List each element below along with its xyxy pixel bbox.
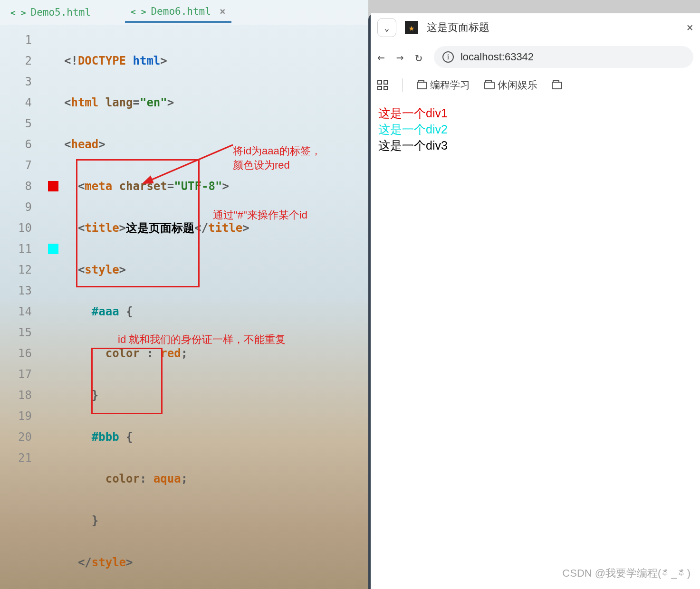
tab-demo5[interactable]: < > Demo5.html xyxy=(5,3,96,22)
url-bar[interactable]: i localhost:63342 xyxy=(434,46,693,68)
line-number: 11 xyxy=(0,238,32,259)
div2-text: 这是一个div2 xyxy=(378,122,692,138)
line-number: 2 xyxy=(0,50,32,71)
close-icon[interactable]: × xyxy=(220,6,226,17)
line-number: 20 xyxy=(0,427,32,447)
apps-icon[interactable] xyxy=(377,80,388,90)
code-icon: < > xyxy=(10,8,26,18)
folder-icon xyxy=(417,82,427,89)
color-swatch-red xyxy=(48,181,58,191)
line-number: 5 xyxy=(0,113,32,134)
close-icon[interactable]: × xyxy=(687,21,693,34)
div1-text: 这是一个div1 xyxy=(378,105,692,122)
line-number: 15 xyxy=(0,322,32,343)
bookmark-folder[interactable] xyxy=(552,79,565,91)
back-icon[interactable]: ← xyxy=(377,50,385,64)
line-number: 21 xyxy=(0,447,32,468)
bookmark-folder[interactable]: 休闲娱乐 xyxy=(484,78,537,92)
bookmark-folder[interactable]: 编程学习 xyxy=(417,78,470,92)
line-number: 18 xyxy=(0,385,32,406)
line-number: 14 xyxy=(0,301,32,322)
forward-icon[interactable]: → xyxy=(396,50,404,64)
bookmarks-bar: 编程学习 休闲娱乐 xyxy=(371,72,700,98)
div3-text: 这是一个div3 xyxy=(378,138,692,154)
line-number: 10 xyxy=(0,218,32,238)
line-number: 3 xyxy=(0,71,32,92)
folder-icon xyxy=(484,82,495,89)
favicon-icon: ★ xyxy=(405,21,418,34)
line-gutter: 1 2 3 4 5 6 7 8 9 10 11 12 13 14 15 16 1… xyxy=(0,29,45,589)
tab-dropdown-icon[interactable]: ⌄ xyxy=(377,18,396,37)
browser-titlebar: ⌄ ★ 这是页面标题 × xyxy=(371,13,700,42)
watermark-text: CSDN @我要学编程(ಥ_ಥ) xyxy=(562,566,690,580)
line-number: 19 xyxy=(0,406,32,427)
browser-toolbar: ← → ↻ i localhost:63342 xyxy=(371,42,700,72)
line-number: 6 xyxy=(0,134,32,155)
reload-icon[interactable]: ↻ xyxy=(415,50,422,64)
line-number: 1 xyxy=(0,29,32,50)
line-number: 17 xyxy=(0,364,32,385)
annotation-box-ids xyxy=(91,348,163,414)
annotation-box-css xyxy=(76,159,200,287)
code-editor-pane: < > Demo5.html < > Demo6.html × 1 2 3 4 … xyxy=(0,0,368,589)
url-text: localhost:63342 xyxy=(460,51,534,63)
line-number: 12 xyxy=(0,259,32,280)
code-area: 1 2 3 4 5 6 7 8 9 10 11 12 13 14 15 16 1… xyxy=(0,25,368,589)
code-icon: < > xyxy=(131,7,146,17)
tab-label: Demo5.html xyxy=(31,7,91,18)
info-icon[interactable]: i xyxy=(442,51,454,63)
color-swatch-aqua xyxy=(48,244,58,254)
line-number: 7 xyxy=(0,155,32,176)
folder-icon xyxy=(552,82,562,89)
browser-tab-title: 这是页面标题 xyxy=(427,20,678,35)
separator xyxy=(402,78,403,92)
line-number: 8 xyxy=(0,176,32,197)
editor-tabs: < > Demo5.html < > Demo6.html × xyxy=(0,0,368,25)
line-number: 16 xyxy=(0,343,32,364)
line-number: 13 xyxy=(0,280,32,301)
browser-pane: ⌄ ★ 这是页面标题 × ← → ↻ i localhost:63342 编程学… xyxy=(368,13,700,589)
tab-label: Demo6.html xyxy=(151,6,211,17)
page-content: 这是一个div1 这是一个div2 这是一个div3 xyxy=(371,98,700,161)
line-number: 4 xyxy=(0,92,32,113)
line-number: 9 xyxy=(0,197,32,218)
tab-demo6[interactable]: < > Demo6.html × xyxy=(125,2,231,23)
code-text[interactable]: <!DOCTYPE html> <html lang="en"> <head> … xyxy=(45,29,368,589)
